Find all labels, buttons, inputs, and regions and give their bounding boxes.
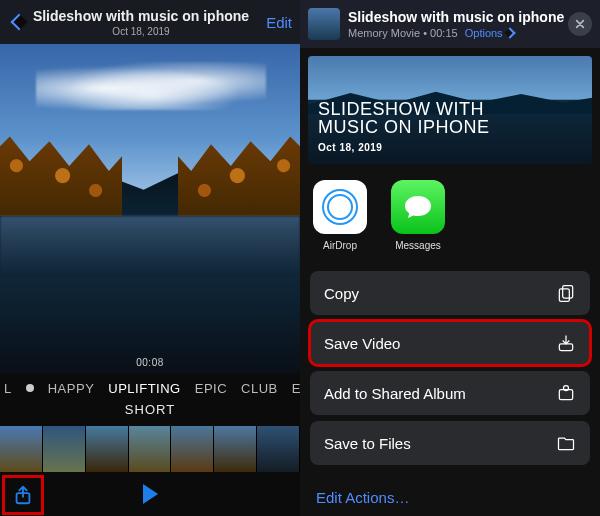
share-icon bbox=[12, 484, 34, 506]
play-icon bbox=[143, 484, 158, 504]
edit-button[interactable]: Edit bbox=[252, 14, 292, 31]
share-targets-row: AirDrop Messages bbox=[300, 180, 600, 251]
action-add-shared-album[interactable]: Add to Shared Album bbox=[310, 371, 590, 415]
mood-picker[interactable]: L HAPPY UPLIFTING EPIC CLUB EX bbox=[0, 374, 300, 402]
mood-item-active[interactable]: UPLIFTING bbox=[108, 381, 180, 396]
edit-actions-button[interactable]: Edit Actions… bbox=[300, 479, 600, 516]
dot-icon bbox=[26, 384, 34, 392]
action-copy[interactable]: Copy bbox=[310, 271, 590, 315]
svg-rect-2 bbox=[559, 289, 569, 302]
messages-icon bbox=[391, 180, 445, 234]
slideshow-date: Oct 18, 2019 bbox=[30, 26, 252, 37]
airdrop-icon bbox=[313, 180, 367, 234]
share-target-messages[interactable]: Messages bbox=[388, 180, 448, 251]
play-button[interactable] bbox=[143, 484, 158, 504]
preview-overlay-text: SLIDESHOW WITH MUSIC ON IPHONE Oct 18, 2… bbox=[318, 100, 582, 153]
thumbnail-strip[interactable] bbox=[0, 426, 300, 472]
slideshow-editor-pane: Slideshow with music on iphone Oct 18, 2… bbox=[0, 0, 300, 516]
length-label: SHORT bbox=[125, 402, 175, 417]
thumbnail[interactable] bbox=[43, 426, 86, 472]
copy-icon bbox=[556, 283, 576, 303]
share-target-airdrop[interactable]: AirDrop bbox=[310, 180, 370, 251]
mood-item[interactable]: EPIC bbox=[195, 381, 227, 396]
left-nav-bar: Slideshow with music on iphone Oct 18, 2… bbox=[0, 0, 300, 44]
share-sheet-pane: Slideshow with music on iphone Memory Mo… bbox=[300, 0, 600, 516]
action-save-to-files[interactable]: Save to Files bbox=[310, 421, 590, 465]
action-save-video[interactable]: Save Video bbox=[310, 321, 590, 365]
header-center: Slideshow with music on iphone Oct 18, 2… bbox=[30, 8, 252, 37]
length-picker[interactable]: SHORT bbox=[0, 402, 300, 424]
memory-preview-card[interactable]: SLIDESHOW WITH MUSIC ON IPHONE Oct 18, 2… bbox=[308, 56, 592, 164]
item-thumbnail bbox=[308, 8, 340, 40]
slideshow-preview[interactable]: 00:08 bbox=[0, 44, 300, 374]
share-item-subtitle: Memory Movie • 00:15 Options bbox=[348, 27, 568, 39]
thumbnail[interactable] bbox=[214, 426, 257, 472]
download-icon bbox=[556, 333, 576, 353]
share-item-title: Slideshow with music on iphone bbox=[348, 9, 568, 25]
share-button[interactable] bbox=[4, 477, 42, 513]
thumbnail[interactable] bbox=[129, 426, 172, 472]
svg-rect-1 bbox=[563, 286, 573, 299]
mood-item[interactable]: EX bbox=[292, 381, 300, 396]
slideshow-title: Slideshow with music on iphone bbox=[30, 8, 252, 24]
shared-album-icon bbox=[556, 383, 576, 403]
mood-item[interactable]: HAPPY bbox=[48, 381, 95, 396]
mood-item[interactable]: CLUB bbox=[241, 381, 278, 396]
thumbnail[interactable] bbox=[86, 426, 129, 472]
folder-icon bbox=[556, 433, 576, 453]
back-button[interactable] bbox=[8, 16, 30, 28]
thumbnail[interactable] bbox=[0, 426, 43, 472]
options-button[interactable]: Options bbox=[465, 27, 514, 39]
elapsed-time: 00:08 bbox=[136, 357, 164, 368]
share-sheet-header: Slideshow with music on iphone Memory Mo… bbox=[300, 0, 600, 48]
close-button[interactable] bbox=[568, 12, 592, 36]
close-icon bbox=[575, 19, 585, 29]
svg-rect-4 bbox=[559, 390, 572, 400]
svg-rect-3 bbox=[559, 344, 572, 351]
mood-item[interactable]: L bbox=[4, 381, 12, 396]
chevron-right-icon bbox=[504, 27, 515, 38]
left-footer bbox=[0, 472, 300, 516]
thumbnail[interactable] bbox=[257, 426, 300, 472]
actions-list: Copy Save Video Add to Shared Album Save… bbox=[300, 271, 600, 473]
thumbnail[interactable] bbox=[171, 426, 214, 472]
chevron-left-icon bbox=[11, 14, 28, 31]
